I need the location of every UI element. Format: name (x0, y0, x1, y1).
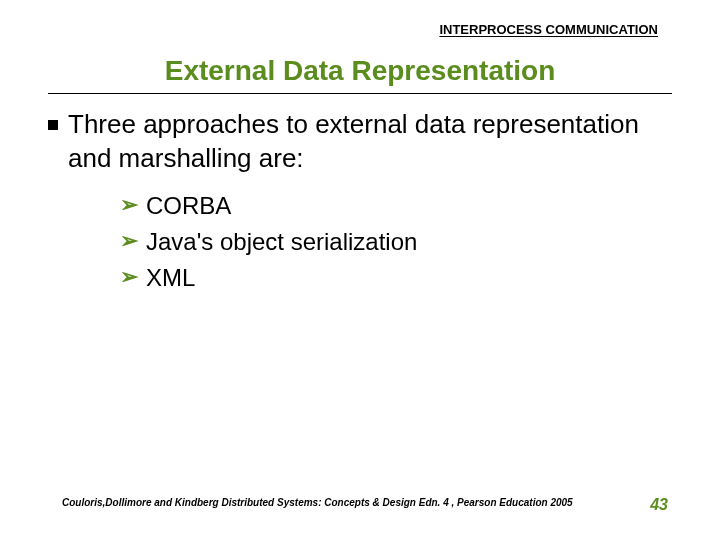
slide-title: External Data Representation (0, 55, 720, 93)
arrow-icon: ➢ (120, 262, 138, 293)
page-number: 43 (650, 496, 668, 514)
main-bullet-text: Three approaches to external data repres… (68, 108, 672, 176)
sub-bullet-list: ➢ CORBA ➢ Java's object serialization ➢ … (120, 190, 672, 295)
arrow-icon: ➢ (120, 226, 138, 257)
sub-item-text: XML (146, 262, 195, 294)
list-item: ➢ Java's object serialization (120, 226, 672, 258)
title-underline (48, 93, 672, 94)
main-bullet-row: Three approaches to external data repres… (48, 108, 672, 176)
slide-body: Three approaches to external data repres… (48, 108, 672, 299)
sub-item-text: CORBA (146, 190, 231, 222)
list-item: ➢ CORBA (120, 190, 672, 222)
chapter-topic: INTERPROCESS COMMUNICATION (439, 22, 658, 37)
list-item: ➢ XML (120, 262, 672, 294)
footer-citation: Couloris,Dollimore and Kindberg Distribu… (62, 497, 573, 508)
arrow-icon: ➢ (120, 190, 138, 221)
square-bullet-icon (48, 120, 58, 130)
sub-item-text: Java's object serialization (146, 226, 417, 258)
